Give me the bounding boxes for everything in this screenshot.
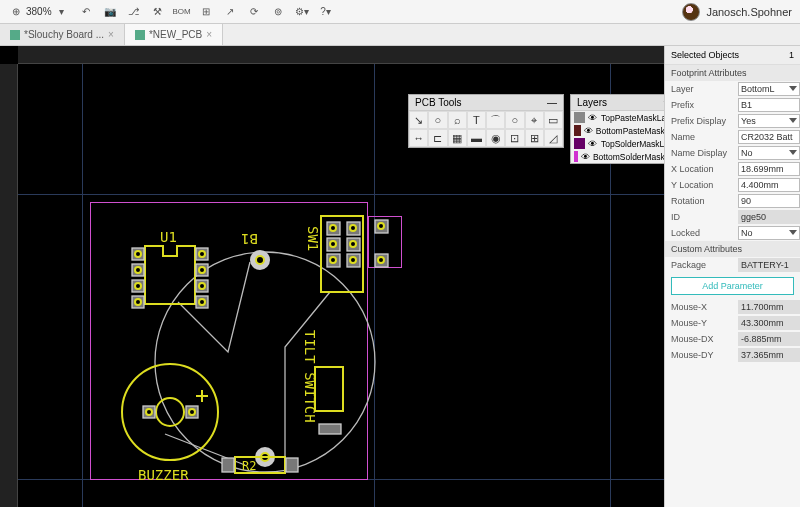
tool-rect[interactable]: ▭ [544, 111, 563, 129]
minimize-icon[interactable]: — [547, 97, 557, 108]
ruler-vertical[interactable] [0, 64, 18, 507]
tool-protractor[interactable]: ◿ [544, 129, 563, 147]
tool-circle[interactable]: ○ [505, 111, 524, 129]
layer-swatch [574, 125, 581, 136]
add-parameter-button[interactable]: Add Parameter [671, 277, 794, 295]
svg-point-43 [122, 364, 218, 460]
svg-point-25 [330, 241, 336, 247]
prop-label: X Location [671, 164, 738, 174]
gear-icon[interactable]: ⚙▾ [294, 4, 310, 20]
mouse-y-value: 43.300mm [738, 316, 800, 330]
prop-label: Name [671, 132, 738, 142]
section-footprint[interactable]: Footprint Attributes [665, 65, 800, 81]
pcb-icon [10, 30, 20, 40]
eye-icon[interactable]: 👁 [584, 126, 593, 136]
camera-icon[interactable]: 📷 [102, 4, 118, 20]
svg-point-48 [146, 409, 152, 415]
tab-newpcb[interactable]: *NEW_PCB × [125, 24, 223, 45]
selected-count: 1 [789, 50, 794, 60]
svg-point-29 [350, 225, 356, 231]
file-tabs: *Slouchy Board ... × *NEW_PCB × [0, 24, 800, 46]
eye-icon[interactable]: 👁 [588, 139, 598, 149]
branch-icon[interactable]: ⎇ [126, 4, 142, 20]
svg-point-33 [350, 257, 356, 263]
layer-select[interactable]: BottomL [738, 82, 800, 96]
name-input[interactable] [738, 130, 800, 144]
close-icon[interactable]: × [108, 29, 114, 40]
eye-icon[interactable]: 👁 [588, 113, 598, 123]
tab-label: *NEW_PCB [149, 29, 202, 40]
tool-hole[interactable]: ◉ [486, 129, 505, 147]
svg-point-23 [330, 225, 336, 231]
tool-connect[interactable]: ⊏ [428, 129, 447, 147]
layers-panel[interactable]: Layers⚲ — 👁TopPasteMaskLayer 👁BottomPast… [570, 94, 664, 164]
eye-icon[interactable]: 👁 [581, 152, 590, 162]
layer-label: TopPasteMaskLayer [601, 113, 664, 123]
tool-dimension[interactable]: ↔ [409, 129, 428, 147]
dropdown-icon: ▾ [54, 4, 70, 20]
globe-icon[interactable]: ⊚ [270, 4, 286, 20]
svg-point-27 [330, 257, 336, 263]
layer-row[interactable]: 👁TopSolderMaskLayer [571, 137, 664, 150]
tool-copper[interactable]: ▦ [448, 129, 467, 147]
ruler-horizontal[interactable] [18, 46, 664, 64]
svg-rect-41 [222, 458, 234, 472]
refresh-icon[interactable]: ⟳ [246, 4, 262, 20]
prop-label: Rotation [671, 196, 738, 206]
section-custom[interactable]: Custom Attributes [665, 241, 800, 257]
prop-label: Y Location [671, 180, 738, 190]
help-icon[interactable]: ?▾ [318, 4, 334, 20]
prop-label: ID [671, 212, 738, 222]
bom-icon[interactable]: BOM [174, 4, 190, 20]
layer-row[interactable]: 👁BottomPasteMaskLayer [571, 124, 664, 137]
r2-label: R2 [242, 459, 256, 473]
tool-arc[interactable]: ⌒ [486, 111, 505, 129]
undo-icon[interactable]: ↶ [78, 4, 94, 20]
layer-label: BottomPasteMaskLayer [596, 126, 664, 136]
name-display-select[interactable]: No [738, 146, 800, 160]
avatar [682, 3, 700, 21]
zoom-value: 380% [26, 6, 52, 17]
layer-swatch [574, 112, 585, 123]
prefix-input[interactable] [738, 98, 800, 112]
layer-swatch [574, 138, 585, 149]
svg-point-31 [350, 241, 356, 247]
manager-icon[interactable]: ⊞ [198, 4, 214, 20]
layer-row[interactable]: 👁TopPasteMaskLayer [571, 111, 664, 124]
pin-icon[interactable]: ⚲ [663, 97, 664, 108]
rotation-input[interactable] [738, 194, 800, 208]
zoom-control[interactable]: ⊕ 380% ▾ [8, 4, 70, 20]
package-value: BATTERY-1 [738, 258, 800, 272]
layer-label: TopSolderMaskLayer [601, 139, 664, 149]
share-icon[interactable]: ↗ [222, 4, 238, 20]
x-input[interactable] [738, 162, 800, 176]
tool-track[interactable]: ↘ [409, 111, 428, 129]
prefix-display-select[interactable]: Yes [738, 114, 800, 128]
tool-canvas[interactable]: ⊞ [525, 129, 544, 147]
tool-image[interactable]: ⊡ [505, 129, 524, 147]
mouse-dx-value: -6.885mm [738, 332, 800, 346]
tool-solid[interactable]: ▬ [467, 129, 486, 147]
y-input[interactable] [738, 178, 800, 192]
tab-label: *Slouchy Board ... [24, 29, 104, 40]
tool-move[interactable]: ⌖ [525, 111, 544, 129]
svg-point-12 [135, 299, 141, 305]
selected-label: Selected Objects [671, 50, 789, 60]
close-icon[interactable]: × [206, 29, 212, 40]
svg-point-6 [135, 251, 141, 257]
prop-label: Mouse-Y [671, 318, 738, 328]
panel-title: PCB Tools [415, 97, 547, 108]
tab-slouchy[interactable]: *Slouchy Board ... × [0, 24, 125, 45]
tune-icon[interactable]: ⚒ [150, 4, 166, 20]
svg-point-14 [199, 251, 205, 257]
tool-pad[interactable]: ○ [428, 111, 447, 129]
locked-select[interactable]: No [738, 226, 800, 240]
prop-label: Locked [671, 228, 738, 238]
pcb-tools-panel[interactable]: PCB Tools— ↘ ○ ⌕ T ⌒ ○ ⌖ ▭ ↔ ⊏ ▦ ▬ ◉ ⊡ ⊞ [408, 94, 564, 148]
layer-row[interactable]: 👁BottomSolderMaskLayer [571, 150, 664, 163]
pcb-canvas[interactable]: U1 SW1 [18, 64, 664, 507]
tool-via[interactable]: ⌕ [448, 111, 467, 129]
user-profile[interactable]: Janosch.Spohner [682, 3, 792, 21]
tool-text[interactable]: T [467, 111, 486, 129]
svg-point-50 [189, 409, 195, 415]
